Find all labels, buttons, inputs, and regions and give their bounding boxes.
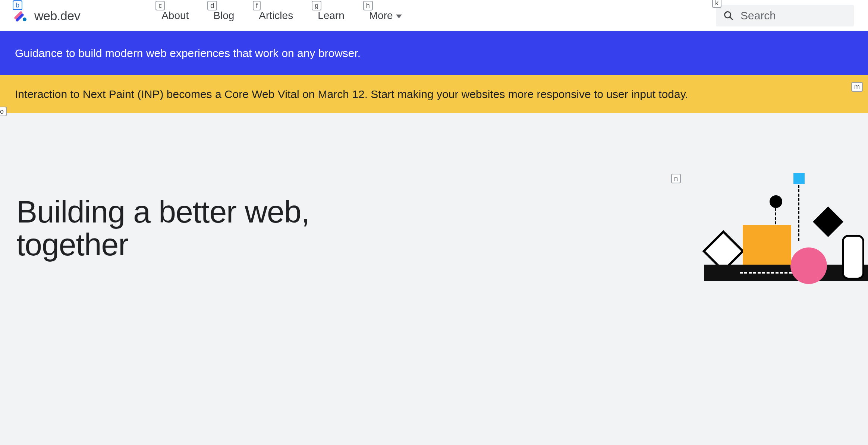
key-hint-announcement: m: [851, 82, 863, 92]
key-hint-more: h: [363, 1, 373, 10]
hero-text: o Building a better web, together: [0, 113, 403, 292]
key-hint-logo: b: [13, 0, 22, 10]
chevron-down-icon: [396, 15, 402, 18]
nav-label: Blog: [213, 10, 234, 22]
search-input[interactable]: [740, 9, 846, 22]
hero-title: Building a better web, together: [16, 195, 403, 261]
shape-phone: [842, 235, 864, 280]
search-icon: [723, 10, 734, 21]
shape-square-orange: [743, 225, 791, 265]
nav-about[interactable]: c About: [161, 10, 189, 22]
shape-diamond-black: [813, 206, 843, 237]
shape-circle-pink: [790, 247, 827, 284]
key-hint-search: k: [712, 0, 721, 8]
banner-announcement-text: Interaction to Next Paint (INP) becomes …: [15, 88, 688, 100]
banner-tagline-text: Guidance to build modern web experiences…: [15, 47, 361, 59]
shape-dashed-line: [798, 185, 799, 241]
shape-dashed-line: [740, 272, 792, 274]
banner-announcement[interactable]: Interaction to Next Paint (INP) becomes …: [0, 75, 868, 113]
key-hint-about: c: [155, 1, 165, 10]
key-hint-hero-title: o: [0, 107, 7, 116]
hero-illustration: n: [674, 180, 868, 292]
key-hint-hero-art: n: [671, 174, 681, 183]
site-name: web.dev: [34, 9, 80, 23]
key-hint-blog: d: [207, 1, 217, 10]
svg-point-0: [23, 18, 26, 21]
nav-label: More: [369, 10, 393, 22]
search-box[interactable]: k: [716, 5, 854, 26]
main-nav: c About d Blog f Articles g Learn h More: [161, 10, 402, 22]
nav-learn[interactable]: g Learn: [318, 10, 345, 22]
svg-line-2: [730, 17, 733, 20]
key-hint-learn: g: [312, 1, 321, 10]
shape-circle-black: [770, 195, 782, 208]
nav-label: Articles: [259, 10, 293, 22]
logo[interactable]: b web.dev: [14, 9, 80, 23]
nav-label: Learn: [318, 10, 345, 22]
key-hint-articles: f: [253, 1, 261, 10]
hero-section: o Building a better web, together n: [0, 113, 868, 292]
nav-blog[interactable]: d Blog: [213, 10, 234, 22]
banner-tagline: Guidance to build modern web experiences…: [0, 31, 868, 75]
logo-icon: [14, 9, 28, 22]
nav-label: About: [161, 10, 189, 22]
shape-square-cyan: [793, 173, 805, 184]
site-header: b web.dev c About d Blog f Articles g Le…: [0, 0, 868, 31]
nav-articles[interactable]: f Articles: [259, 10, 293, 22]
nav-more[interactable]: h More: [369, 10, 402, 22]
